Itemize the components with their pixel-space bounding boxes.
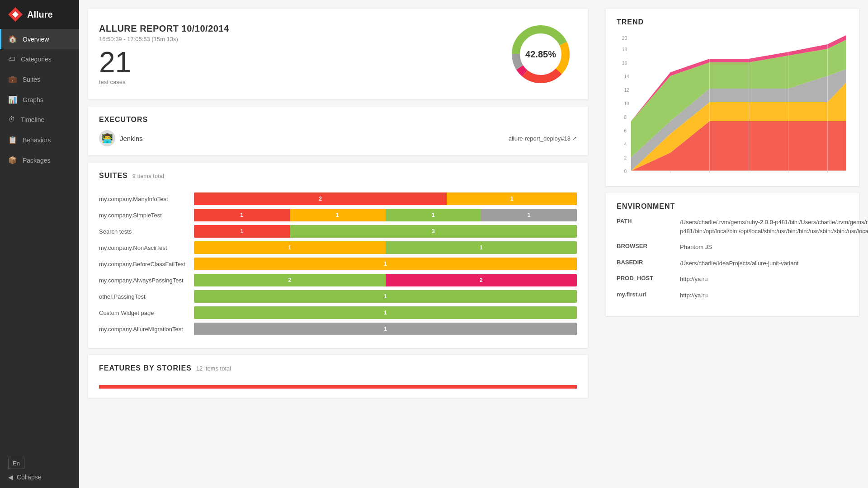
environment-title: ENVIRONMENT (617, 202, 848, 211)
sidebar-item-timeline[interactable]: ⏱ Timeline (0, 110, 79, 130)
features-header: FEATURES BY STORIES 12 items total (99, 364, 577, 379)
categories-icon: 🏷 (8, 55, 15, 63)
timeline-icon: ⏱ (8, 116, 15, 124)
executor-row: 👨‍💻 Jenkins allure-report_deploy#13 ↗ (99, 130, 577, 146)
suites-card: SUITES 9 items total my.company.ManyInfo… (88, 163, 588, 348)
executor-name: Jenkins (120, 135, 143, 142)
sidebar-item-suites[interactable]: 💼 Suites (0, 69, 79, 89)
bar-segment: 2 (194, 192, 447, 205)
features-bar (99, 385, 577, 389)
suite-row[interactable]: my.company.AllureMigrationTest1 (99, 323, 577, 335)
collapse-button[interactable]: ◀ Collapse (8, 474, 71, 481)
suite-name: my.company.AllureMigrationTest (99, 326, 189, 333)
bar-segment: 1 (386, 241, 577, 254)
suite-name: my.company.AlwaysPassingTest (99, 277, 189, 284)
env-value: /Users/charlie/.rvm/gems/ruby-2.0.0-p481… (680, 218, 868, 235)
chevron-left-icon: ◀ (8, 474, 13, 481)
suite-row[interactable]: other.PassingTest1 (99, 290, 577, 303)
suite-bar: 1 (194, 258, 577, 270)
suite-row[interactable]: my.company.ManyInfoTest21 (99, 192, 577, 205)
svg-text:14: 14 (624, 74, 629, 80)
sidebar-item-packages[interactable]: 📦 Packages (0, 150, 79, 170)
graphs-icon: 📊 (8, 95, 17, 104)
sidebar-item-overview[interactable]: 🏠 Overview (0, 29, 79, 49)
nav-label-packages: Packages (23, 157, 50, 164)
sidebar-bottom: En ◀ Collapse (0, 450, 79, 488)
suite-name: my.company.SimpleTest (99, 212, 189, 219)
behaviors-icon: 📋 (8, 136, 17, 144)
report-header-card: ALLURE REPORT 10/10/2014 16:50:39 - 17:0… (88, 9, 588, 99)
main-content: ALLURE REPORT 10/10/2014 16:50:39 - 17:0… (79, 0, 868, 488)
nav-label-overview: Overview (23, 36, 49, 43)
test-count: 21 (99, 48, 229, 77)
env-value: http://ya.ru (680, 291, 848, 300)
suite-bar: 22 (194, 274, 577, 286)
svg-text:4: 4 (624, 141, 627, 147)
content-area: ALLURE REPORT 10/10/2014 16:50:39 - 17:0… (79, 0, 868, 488)
suite-bar: 1 (194, 290, 577, 303)
env-key: PROD_HOST (617, 275, 671, 282)
packages-icon: 📦 (8, 156, 17, 164)
report-time: 16:50:39 - 17:05:53 (15m 13s) (99, 36, 229, 42)
suite-bar: 1111 (194, 209, 577, 221)
sidebar-title: Allure (27, 9, 53, 20)
bar-segment: 1 (194, 225, 290, 238)
svg-text:2: 2 (624, 155, 627, 161)
sidebar-nav: 🏠 Overview🏷 Categories💼 Suites📊 Graphs⏱ … (0, 29, 79, 170)
env-key: PATH (617, 218, 671, 225)
language-button[interactable]: En (8, 458, 24, 469)
environment-list: PATH/Users/charlie/.rvm/gems/ruby-2.0.0-… (617, 218, 848, 300)
executor-link[interactable]: allure-report_deploy#13 ↗ (509, 135, 577, 142)
svg-text:6: 6 (624, 128, 627, 134)
sidebar-header: Allure (0, 0, 79, 29)
suite-row[interactable]: Search tests13 (99, 225, 577, 238)
suite-row[interactable]: my.company.BeforeClassFailTest1 (99, 258, 577, 270)
trend-card: TREND 0 2 4 6 8 10 12 14 16 18 20 22 (606, 9, 859, 186)
suite-bar: 13 (194, 225, 577, 238)
bar-segment: 2 (194, 274, 386, 286)
svg-text:12: 12 (624, 87, 629, 93)
env-row: PATH/Users/charlie/.rvm/gems/ruby-2.0.0-… (617, 218, 848, 235)
executor-info: 👨‍💻 Jenkins (99, 130, 143, 146)
svg-text:0: 0 (624, 169, 627, 174)
nav-label-graphs: Graphs (23, 96, 43, 103)
svg-text:8: 8 (624, 114, 627, 120)
env-row: my.first.urlhttp://ya.ru (617, 291, 848, 300)
bar-segment: 1 (194, 323, 577, 335)
bar-segment: 1 (194, 241, 386, 254)
collapse-label: Collapse (17, 474, 41, 481)
suite-name: my.company.BeforeClassFailTest (99, 261, 189, 267)
suite-row[interactable]: my.company.NonAsciiTest11 (99, 241, 577, 254)
donut-percent: 42.85% (525, 49, 556, 60)
executor-avatar: 👨‍💻 (99, 130, 115, 146)
nav-label-behaviors: Behaviors (23, 136, 51, 144)
trend-chart-svg: 0 2 4 6 8 10 12 14 16 18 20 22 (617, 31, 848, 175)
env-key: BASEDIR (617, 259, 671, 266)
bar-segment: 3 (290, 225, 577, 238)
suite-name: my.company.NonAsciiTest (99, 244, 189, 251)
sidebar-item-graphs[interactable]: 📊 Graphs (0, 89, 79, 110)
external-link-icon: ↗ (572, 135, 577, 141)
nav-label-suites: Suites (23, 76, 40, 83)
svg-text:20: 20 (622, 35, 627, 41)
suite-row[interactable]: Custom Widget page1 (99, 306, 577, 319)
features-title: FEATURES BY STORIES (99, 364, 192, 372)
test-label: test cases (99, 79, 229, 85)
env-value: http://ya.ru (680, 275, 848, 284)
suite-bar: 1 (194, 306, 577, 319)
suite-row[interactable]: my.company.SimpleTest1111 (99, 209, 577, 221)
bar-segment: 1 (447, 192, 577, 205)
suite-bar: 1 (194, 323, 577, 335)
environment-card: ENVIRONMENT PATH/Users/charlie/.rvm/gems… (606, 193, 859, 316)
env-key: BROWSER (617, 243, 671, 249)
svg-text:16: 16 (622, 60, 627, 66)
suites-title: SUITES (99, 172, 128, 180)
features-count: 12 items total (196, 365, 231, 372)
report-info: ALLURE REPORT 10/10/2014 16:50:39 - 17:0… (99, 23, 229, 85)
bar-segment: 1 (481, 209, 577, 221)
sidebar: Allure 🏠 Overview🏷 Categories💼 Suites📊 G… (0, 0, 79, 488)
suite-row[interactable]: my.company.AlwaysPassingTest22 (99, 274, 577, 286)
sidebar-item-categories[interactable]: 🏷 Categories (0, 49, 79, 69)
sidebar-item-behaviors[interactable]: 📋 Behaviors (0, 130, 79, 150)
nav-label-categories: Categories (21, 56, 52, 63)
